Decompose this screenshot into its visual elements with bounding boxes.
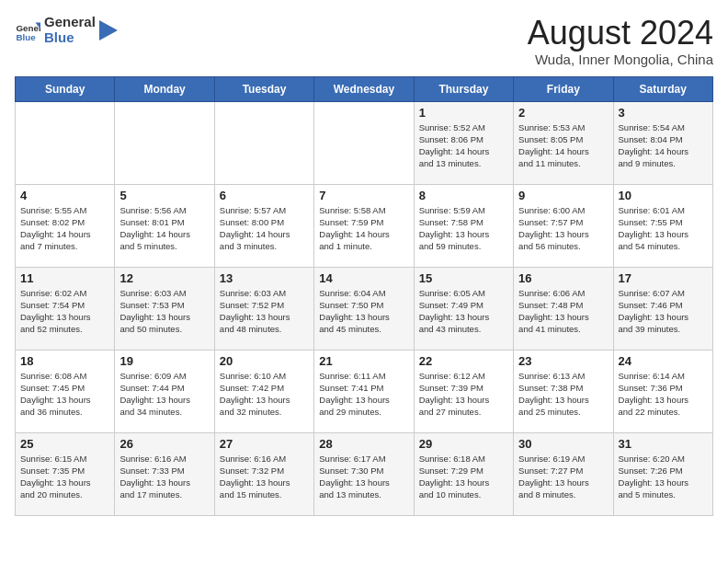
- day-number: 13: [220, 271, 309, 285]
- header-day-thursday: Thursday: [414, 76, 513, 101]
- day-number: 11: [20, 271, 109, 285]
- day-info: Sunrise: 6:03 AM Sunset: 7:53 PM Dayligh…: [119, 287, 209, 336]
- logo-text-blue: Blue: [44, 30, 96, 46]
- calendar-cell: 20Sunrise: 6:10 AM Sunset: 7:42 PM Dayli…: [214, 350, 313, 432]
- logo-text-general: General: [44, 15, 96, 30]
- day-number: 7: [319, 189, 408, 202]
- day-number: 10: [619, 189, 708, 202]
- day-info: Sunrise: 5:55 AM Sunset: 8:02 PM Dayligh…: [20, 204, 109, 253]
- title-area: August 2024 Wuda, Inner Mongolia, China: [528, 15, 713, 67]
- day-number: 9: [518, 189, 608, 202]
- calendar-cell: 3Sunrise: 5:54 AM Sunset: 8:04 PM Daylig…: [613, 101, 712, 184]
- day-number: 5: [119, 189, 209, 202]
- calendar-cell: [115, 101, 214, 184]
- day-number: 22: [419, 354, 508, 368]
- calendar-cell: 15Sunrise: 6:05 AM Sunset: 7:49 PM Dayli…: [414, 267, 513, 350]
- day-info: Sunrise: 6:12 AM Sunset: 7:39 PM Dayligh…: [419, 370, 508, 419]
- day-info: Sunrise: 6:05 AM Sunset: 7:49 PM Dayligh…: [419, 287, 508, 336]
- main-title: August 2024: [528, 15, 713, 52]
- calendar-cell: 12Sunrise: 6:03 AM Sunset: 7:53 PM Dayli…: [115, 267, 214, 350]
- day-info: Sunrise: 6:11 AM Sunset: 7:41 PM Dayligh…: [319, 370, 408, 419]
- calendar-cell: 4Sunrise: 5:55 AM Sunset: 8:02 PM Daylig…: [16, 184, 115, 267]
- day-info: Sunrise: 6:14 AM Sunset: 7:36 PM Dayligh…: [619, 370, 708, 419]
- day-number: 31: [619, 437, 708, 451]
- day-info: Sunrise: 6:17 AM Sunset: 7:30 PM Dayligh…: [319, 453, 408, 501]
- calendar-cell: 1Sunrise: 5:52 AM Sunset: 8:06 PM Daylig…: [414, 101, 513, 184]
- logo-icon: General Blue: [15, 17, 40, 43]
- calendar-table: SundayMondayTuesdayWednesdayThursdayFrid…: [15, 76, 713, 516]
- day-info: Sunrise: 6:03 AM Sunset: 7:52 PM Dayligh…: [220, 287, 309, 336]
- day-info: Sunrise: 5:54 AM Sunset: 8:04 PM Dayligh…: [619, 121, 708, 170]
- day-number: 3: [619, 106, 708, 120]
- day-info: Sunrise: 5:52 AM Sunset: 8:06 PM Dayligh…: [419, 121, 508, 170]
- calendar-cell: 16Sunrise: 6:06 AM Sunset: 7:48 PM Dayli…: [514, 267, 613, 350]
- calendar-cell: 11Sunrise: 6:02 AM Sunset: 7:54 PM Dayli…: [16, 267, 115, 350]
- calendar-header-row: SundayMondayTuesdayWednesdayThursdayFrid…: [16, 76, 713, 101]
- header: General Blue General Blue August 2024 Wu…: [15, 15, 713, 67]
- calendar-cell: 22Sunrise: 6:12 AM Sunset: 7:39 PM Dayli…: [414, 350, 513, 432]
- day-number: 15: [419, 271, 508, 285]
- calendar-cell: 7Sunrise: 5:58 AM Sunset: 7:59 PM Daylig…: [314, 184, 414, 267]
- calendar-week-0: 1Sunrise: 5:52 AM Sunset: 8:06 PM Daylig…: [16, 101, 713, 184]
- day-info: Sunrise: 6:16 AM Sunset: 7:32 PM Dayligh…: [220, 453, 309, 501]
- header-day-saturday: Saturday: [613, 76, 712, 101]
- day-number: 2: [518, 106, 608, 120]
- day-info: Sunrise: 6:19 AM Sunset: 7:27 PM Dayligh…: [518, 453, 608, 501]
- day-number: 27: [220, 437, 309, 451]
- calendar-cell: 10Sunrise: 6:01 AM Sunset: 7:55 PM Dayli…: [613, 184, 712, 267]
- calendar-cell: 8Sunrise: 5:59 AM Sunset: 7:58 PM Daylig…: [414, 184, 513, 267]
- day-number: 21: [319, 354, 408, 368]
- calendar-cell: 14Sunrise: 6:04 AM Sunset: 7:50 PM Dayli…: [314, 267, 414, 350]
- day-number: 6: [220, 189, 309, 202]
- calendar-cell: 28Sunrise: 6:17 AM Sunset: 7:30 PM Dayli…: [314, 432, 414, 515]
- day-number: 24: [619, 354, 708, 368]
- header-day-tuesday: Tuesday: [214, 76, 313, 101]
- calendar-week-1: 4Sunrise: 5:55 AM Sunset: 8:02 PM Daylig…: [16, 184, 713, 267]
- day-info: Sunrise: 6:04 AM Sunset: 7:50 PM Dayligh…: [319, 287, 408, 336]
- header-day-friday: Friday: [514, 76, 613, 101]
- subtitle: Wuda, Inner Mongolia, China: [528, 52, 713, 67]
- calendar-cell: 30Sunrise: 6:19 AM Sunset: 7:27 PM Dayli…: [514, 432, 613, 515]
- day-info: Sunrise: 6:18 AM Sunset: 7:29 PM Dayligh…: [419, 453, 508, 501]
- svg-marker-3: [99, 20, 118, 40]
- svg-text:Blue: Blue: [16, 32, 36, 42]
- calendar-cell: 13Sunrise: 6:03 AM Sunset: 7:52 PM Dayli…: [214, 267, 313, 350]
- logo: General Blue General Blue: [15, 15, 118, 45]
- day-info: Sunrise: 5:53 AM Sunset: 8:05 PM Dayligh…: [518, 121, 608, 170]
- day-number: 8: [419, 189, 508, 202]
- day-info: Sunrise: 5:57 AM Sunset: 8:00 PM Dayligh…: [220, 204, 309, 253]
- calendar-cell: 17Sunrise: 6:07 AM Sunset: 7:46 PM Dayli…: [613, 267, 712, 350]
- calendar-cell: 21Sunrise: 6:11 AM Sunset: 7:41 PM Dayli…: [314, 350, 414, 432]
- day-number: 16: [518, 271, 608, 285]
- day-info: Sunrise: 5:58 AM Sunset: 7:59 PM Dayligh…: [319, 204, 408, 253]
- day-info: Sunrise: 6:10 AM Sunset: 7:42 PM Dayligh…: [220, 370, 309, 419]
- calendar-cell: 9Sunrise: 6:00 AM Sunset: 7:57 PM Daylig…: [514, 184, 613, 267]
- day-number: 20: [220, 354, 309, 368]
- calendar-cell: 29Sunrise: 6:18 AM Sunset: 7:29 PM Dayli…: [414, 432, 513, 515]
- header-day-wednesday: Wednesday: [314, 76, 414, 101]
- calendar-cell: 6Sunrise: 5:57 AM Sunset: 8:00 PM Daylig…: [214, 184, 313, 267]
- calendar-cell: [16, 101, 115, 184]
- calendar-cell: 24Sunrise: 6:14 AM Sunset: 7:36 PM Dayli…: [613, 350, 712, 432]
- calendar-cell: [314, 101, 414, 184]
- day-number: 28: [319, 437, 408, 451]
- calendar-cell: 19Sunrise: 6:09 AM Sunset: 7:44 PM Dayli…: [115, 350, 214, 432]
- day-info: Sunrise: 6:20 AM Sunset: 7:26 PM Dayligh…: [619, 453, 708, 501]
- day-info: Sunrise: 5:59 AM Sunset: 7:58 PM Dayligh…: [419, 204, 508, 253]
- day-number: 18: [20, 354, 109, 368]
- day-number: 30: [518, 437, 608, 451]
- day-number: 23: [518, 354, 608, 368]
- header-day-sunday: Sunday: [16, 76, 115, 101]
- day-info: Sunrise: 6:02 AM Sunset: 7:54 PM Dayligh…: [20, 287, 109, 336]
- arrow-icon: [99, 20, 118, 40]
- day-number: 1: [419, 106, 508, 120]
- day-info: Sunrise: 6:00 AM Sunset: 7:57 PM Dayligh…: [518, 204, 608, 253]
- day-number: 26: [119, 437, 209, 451]
- day-number: 4: [20, 189, 109, 202]
- calendar-cell: 31Sunrise: 6:20 AM Sunset: 7:26 PM Dayli…: [613, 432, 712, 515]
- calendar-cell: 5Sunrise: 5:56 AM Sunset: 8:01 PM Daylig…: [115, 184, 214, 267]
- day-number: 17: [619, 271, 708, 285]
- calendar-cell: 25Sunrise: 6:15 AM Sunset: 7:35 PM Dayli…: [16, 432, 115, 515]
- day-info: Sunrise: 6:15 AM Sunset: 7:35 PM Dayligh…: [20, 453, 109, 501]
- calendar-cell: 27Sunrise: 6:16 AM Sunset: 7:32 PM Dayli…: [214, 432, 313, 515]
